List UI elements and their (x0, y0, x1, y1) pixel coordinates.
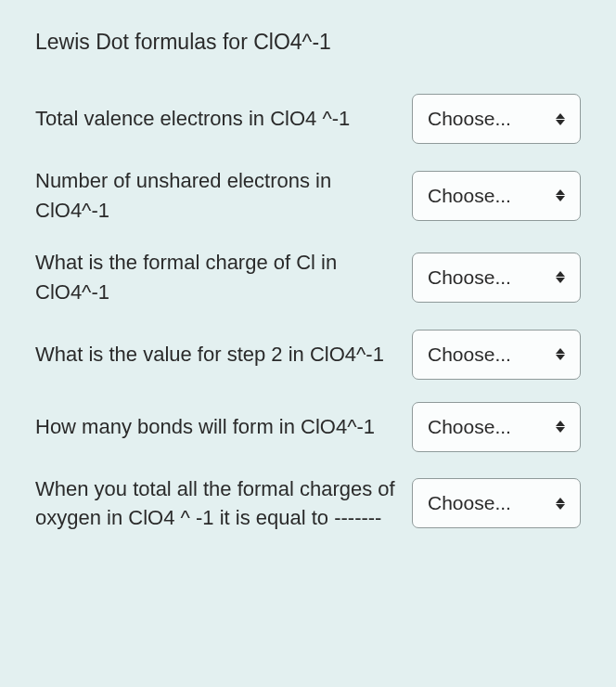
answer-dropdown[interactable]: Choose... (412, 330, 581, 380)
answer-dropdown[interactable]: Choose... (412, 94, 581, 144)
question-row: How many bonds will form in ClO4^-1 Choo… (35, 402, 581, 452)
question-label: Number of unshared electrons in ClO4^-1 (35, 166, 395, 226)
dropdown-placeholder: Choose... (428, 492, 511, 514)
question-label: How many bonds will form in ClO4^-1 (35, 412, 395, 442)
question-row: Number of unshared electrons in ClO4^-1 … (35, 166, 581, 226)
question-label: When you total all the formal charges of… (35, 474, 395, 534)
question-row: What is the formal charge of Cl in ClO4^… (35, 248, 581, 307)
dropdown-placeholder: Choose... (428, 266, 511, 289)
sort-icon (556, 421, 565, 433)
answer-dropdown[interactable]: Choose... (412, 171, 581, 221)
question-row: When you total all the formal charges of… (35, 474, 581, 534)
dropdown-placeholder: Choose... (428, 185, 511, 207)
sort-icon (556, 271, 565, 283)
question-label: What is the formal charge of Cl in ClO4^… (35, 248, 395, 307)
answer-dropdown[interactable]: Choose... (412, 253, 581, 303)
sort-icon (556, 189, 565, 201)
question-label: Total valence electrons in ClO4 ^-1 (35, 104, 395, 134)
question-row: What is the value for step 2 in ClO4^-1 … (35, 330, 581, 380)
sort-icon (556, 348, 565, 360)
question-row: Total valence electrons in ClO4 ^-1 Choo… (35, 94, 581, 144)
dropdown-placeholder: Choose... (428, 344, 511, 366)
questions-list: Total valence electrons in ClO4 ^-1 Choo… (35, 94, 581, 533)
page-title: Lewis Dot formulas for ClO4^-1 (35, 30, 581, 55)
answer-dropdown[interactable]: Choose... (412, 478, 581, 528)
question-label: What is the value for step 2 in ClO4^-1 (35, 340, 395, 369)
answer-dropdown[interactable]: Choose... (412, 402, 581, 452)
sort-icon (556, 113, 565, 125)
dropdown-placeholder: Choose... (428, 108, 511, 130)
sort-icon (556, 498, 565, 510)
dropdown-placeholder: Choose... (428, 416, 511, 438)
